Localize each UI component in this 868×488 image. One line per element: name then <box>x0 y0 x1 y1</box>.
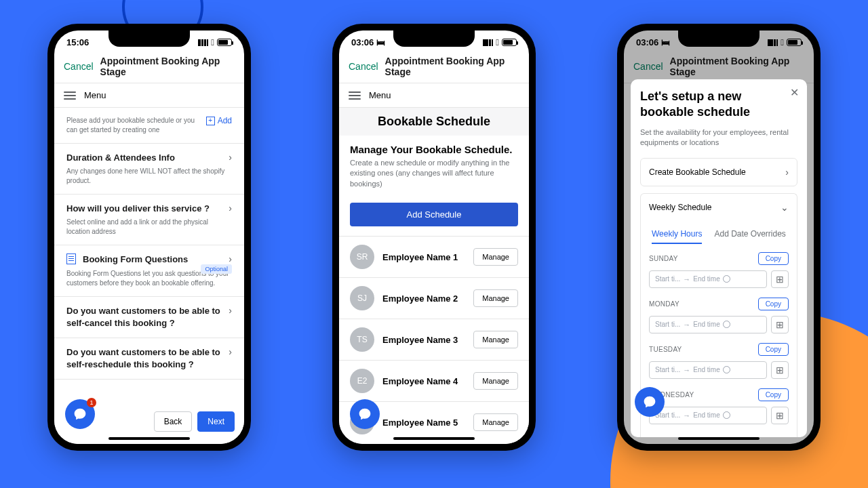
section-self-cancel[interactable]: Do you want customers to be able to self… <box>54 297 244 338</box>
document-icon <box>66 253 76 264</box>
start-time-input[interactable]: Start ti...→End time <box>649 270 767 288</box>
day-label: TUESDAY <box>649 346 682 353</box>
add-time-button[interactable]: ⊞ <box>771 270 789 288</box>
day-row: TUESDAYCopyStart ti...→End time⊞ <box>649 343 789 379</box>
close-icon[interactable]: ✕ <box>790 86 799 99</box>
home-indicator <box>678 437 760 440</box>
notch <box>393 30 475 47</box>
start-time-input[interactable]: Start ti...→End time <box>649 407 767 424</box>
manage-button[interactable]: Manage <box>473 248 518 266</box>
day-row: MONDAYCopyStart ti...→End time⊞ <box>649 298 789 333</box>
add-time-button[interactable]: ⊞ <box>771 316 789 333</box>
notch <box>678 30 760 47</box>
chevron-right-icon: › <box>229 305 232 316</box>
manage-button[interactable]: Manage <box>473 413 518 431</box>
clock-icon <box>723 321 730 328</box>
app-header: Cancel Appointment Booking App Stage <box>339 50 529 83</box>
modal-title: Let's setup a new bookable schedule <box>640 89 797 121</box>
chat-fab[interactable] <box>350 399 380 429</box>
chat-icon <box>358 407 372 421</box>
plus-icon: + <box>206 117 215 125</box>
cancel-button[interactable]: Cancel <box>349 61 378 72</box>
avatar: TS <box>350 327 374 352</box>
employee-name: Employee Name 1 <box>382 252 465 262</box>
optional-badge: Optional <box>201 264 232 274</box>
clock-text: 03:06 🛏 <box>351 37 385 47</box>
chat-fab[interactable] <box>635 387 665 417</box>
manage-button[interactable]: Manage <box>473 372 518 390</box>
copy-button[interactable]: Copy <box>758 252 789 265</box>
notification-badge: 1 <box>87 398 96 407</box>
home-indicator <box>108 437 190 440</box>
wifi-icon: 􀙇 <box>211 37 214 47</box>
employee-name: Employee Name 4 <box>382 376 465 386</box>
schedule-title: Bookable Schedule <box>339 108 529 136</box>
chat-fab[interactable]: 1 <box>65 399 95 429</box>
day-row: WEDNESDAYCopyStart ti...→End time⊞ <box>649 388 789 424</box>
add-schedule-button[interactable]: Add Schedule <box>350 203 518 226</box>
page-title: Appointment Booking App Stage <box>385 56 519 77</box>
manage-sub: Create a new schedule or modify anything… <box>350 158 518 189</box>
menu-bar[interactable]: Menu <box>339 83 529 108</box>
employee-row: SJEmployee Name 2Manage <box>339 277 529 319</box>
start-time-input[interactable]: Start ti...→End time <box>649 361 767 379</box>
cancel-button[interactable]: Cancel <box>64 61 94 72</box>
wifi-icon: 􀙇 <box>496 37 499 47</box>
chevron-down-icon: ⌄ <box>781 202 789 213</box>
employee-row: TSEmployee Name 3Manage <box>339 319 529 360</box>
chevron-right-icon: › <box>229 346 232 357</box>
copy-button[interactable]: Copy <box>758 298 789 310</box>
employee-name: Employee Name 3 <box>382 335 465 345</box>
manage-button[interactable]: Manage <box>473 331 518 348</box>
avatar: E2 <box>350 369 374 393</box>
avatar: SR <box>350 245 374 269</box>
start-time-input[interactable]: Start ti...→End time <box>649 316 767 333</box>
clock-icon <box>723 411 730 419</box>
manage-button[interactable]: Manage <box>473 289 518 307</box>
chevron-right-icon: › <box>229 253 232 264</box>
employee-name: Employee Name 5 <box>382 418 465 428</box>
back-button[interactable]: Back <box>154 411 193 432</box>
menu-label: Menu <box>369 90 391 100</box>
tab-date-overrides[interactable]: Add Date Overrides <box>714 229 785 244</box>
add-time-button[interactable]: ⊞ <box>771 407 789 424</box>
employee-row: E2Employee Name 4Manage <box>339 360 529 401</box>
menu-bar[interactable]: Menu <box>54 83 244 108</box>
clock-text: 15:06 <box>66 37 89 47</box>
copy-button[interactable]: Copy <box>758 343 789 356</box>
day-label: MONDAY <box>649 300 679 308</box>
next-button[interactable]: Next <box>197 411 235 432</box>
signal-icon <box>483 39 493 46</box>
modal-desc: Set the availability for your employees,… <box>640 127 797 148</box>
clock-icon <box>723 366 730 373</box>
chevron-right-icon: › <box>229 203 232 214</box>
battery-icon <box>502 39 517 46</box>
modal: ✕ Let's setup a new bookable schedule Se… <box>631 79 807 437</box>
avatar: SJ <box>350 286 374 310</box>
section-duration[interactable]: Duration & Attendees Info› Any changes d… <box>54 144 244 195</box>
employee-row: SREmployee Name 1Manage <box>339 236 529 277</box>
clock-icon <box>723 275 730 283</box>
employee-name: Employee Name 2 <box>382 293 465 304</box>
phone-frame-3: 03:06 🛏 􀙇 Cancel Appointment Booking App… <box>617 24 821 451</box>
section-delivery[interactable]: How will you deliver this service ?› Sel… <box>54 195 244 245</box>
copy-button[interactable]: Copy <box>758 388 789 401</box>
signal-icon <box>198 39 208 46</box>
day-label: SUNDAY <box>649 255 678 262</box>
hamburger-icon[interactable] <box>349 92 361 100</box>
app-header: Cancel Appointment Booking App Stage <box>54 50 244 83</box>
create-schedule-panel[interactable]: Create Bookable Schedule › <box>640 158 797 186</box>
phone-frame-2: 03:06 🛏 􀙇 Cancel Appointment Booking App… <box>332 24 536 451</box>
chat-icon <box>73 407 87 421</box>
section-self-reschedule[interactable]: Do you want customers to be able to self… <box>54 338 244 380</box>
menu-label: Menu <box>84 90 106 100</box>
add-time-button[interactable]: ⊞ <box>771 361 789 379</box>
section-booking-form[interactable]: Booking Form Questions › Optional Bookin… <box>54 245 244 296</box>
weekly-schedule-panel[interactable]: Weekly Schedule ⌄ <box>640 193 797 221</box>
tab-weekly-hours[interactable]: Weekly Hours <box>652 229 702 244</box>
notch <box>108 30 190 47</box>
chevron-right-icon: › <box>785 167 789 178</box>
hamburger-icon[interactable] <box>64 92 76 100</box>
add-button[interactable]: +Add <box>206 116 232 125</box>
manage-heading: Manage Your Bookable Schedule. <box>350 144 518 155</box>
